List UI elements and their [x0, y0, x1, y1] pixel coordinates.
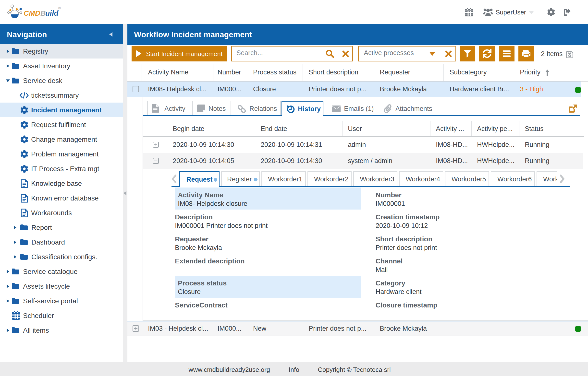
svg-text:CMD: CMD — [24, 9, 40, 17]
svg-text:uild: uild — [45, 9, 59, 17]
svg-text:B: B — [40, 9, 46, 17]
svg-text:®: ® — [58, 6, 61, 10]
